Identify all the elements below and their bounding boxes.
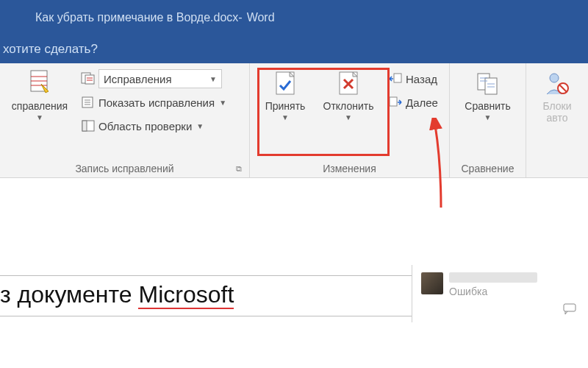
display-review-icon — [81, 72, 96, 85]
compare-label: Сравнить — [465, 100, 510, 112]
display-for-review-value: Исправления — [104, 73, 172, 85]
svg-rect-11 — [485, 78, 497, 94]
next-label: Далее — [406, 96, 438, 109]
block-authors-label2: авто — [547, 112, 568, 124]
tell-me-bar[interactable]: хотите сделать? — [0, 35, 588, 63]
caret-icon: ▼ — [36, 113, 43, 121]
reply-icon[interactable] — [563, 303, 579, 315]
reject-icon — [335, 69, 362, 99]
group-tracking-label: Запись исправлений ⧉ — [6, 160, 243, 176]
group-changes-label: Изменения — [256, 160, 443, 176]
window-title-sep: - — [238, 11, 242, 24]
compare-button[interactable]: Сравнить ▼ — [459, 68, 517, 121]
combo-caret-icon: ▼ — [209, 75, 217, 83]
avatar — [421, 272, 443, 294]
tell-me-text: хотите сделать? — [3, 42, 98, 57]
comment-body: Ошибка — [449, 286, 579, 297]
svg-rect-8 — [394, 74, 401, 82]
window-title-doc: Как убрать примечание в Ворде.docx — [35, 11, 238, 24]
ribbon: справления ▼ Исправления ▼ — [0, 63, 588, 178]
group-protect-label — [532, 171, 582, 176]
caret-icon: ▼ — [282, 113, 289, 121]
reviewing-pane-button[interactable]: Область проверки ▼ — [78, 115, 229, 137]
doc-text-part1: з документе — [0, 281, 138, 308]
title-bar: Как убрать примечание в Ворде.docx - Wor… — [0, 0, 588, 35]
caret-icon: ▼ — [219, 99, 226, 107]
next-change-button[interactable]: Далее — [385, 91, 441, 113]
show-markup-label: Показать исправления — [98, 96, 215, 109]
caret-icon: ▼ — [196, 122, 204, 130]
accept-button[interactable]: Принять ▼ — [256, 68, 315, 121]
group-tracking: справления ▼ Исправления ▼ — [0, 63, 250, 177]
group-compare-label: Сравнение — [456, 160, 520, 176]
comment-author-redacted — [449, 272, 537, 283]
document-text[interactable]: з документе Microsoft — [0, 281, 234, 308]
svg-rect-9 — [390, 97, 397, 106]
display-for-review-combo[interactable]: Исправления ▼ — [98, 69, 222, 88]
svg-rect-2 — [85, 75, 94, 84]
reviewing-pane-label: Область проверки — [98, 120, 192, 132]
comment-balloon[interactable]: Ошибка — [412, 265, 587, 322]
accept-label: Принять — [265, 100, 306, 112]
track-changes-label: справления — [12, 100, 68, 112]
group-protect: Блоки авто — [526, 63, 588, 177]
show-markup-icon — [81, 96, 96, 109]
previous-label: Назад — [406, 73, 437, 85]
track-changes-button[interactable]: справления ▼ — [6, 68, 74, 121]
svg-rect-14 — [564, 304, 576, 311]
block-authors-label1: Блоки — [542, 100, 571, 112]
dialog-launcher-icon[interactable]: ⧉ — [236, 164, 242, 174]
track-changes-icon — [26, 69, 53, 99]
group-changes: Принять ▼ Отклонить ▼ Назад — [250, 63, 450, 177]
show-markup-button[interactable]: Показать исправления ▼ — [78, 91, 229, 113]
block-authors-icon — [544, 69, 570, 99]
previous-icon — [388, 72, 403, 85]
window-title-app: Word — [247, 11, 275, 24]
group-compare: Сравнить ▼ Сравнение — [450, 63, 526, 177]
previous-change-button[interactable]: Назад — [385, 68, 441, 90]
reviewing-pane-icon — [81, 119, 96, 132]
caret-icon: ▼ — [345, 113, 352, 121]
next-icon — [388, 96, 403, 109]
block-authors-button[interactable]: Блоки авто — [532, 68, 582, 124]
reject-label: Отклонить — [323, 100, 374, 112]
svg-point-12 — [550, 74, 559, 82]
accept-icon — [272, 69, 298, 99]
display-for-review-row: Исправления ▼ — [78, 68, 229, 90]
caret-icon: ▼ — [484, 113, 492, 121]
doc-text-underlined: Microsoft — [138, 281, 234, 309]
svg-rect-5 — [82, 121, 87, 131]
compare-icon — [475, 69, 501, 99]
reject-button[interactable]: Отклонить ▼ — [319, 68, 378, 121]
